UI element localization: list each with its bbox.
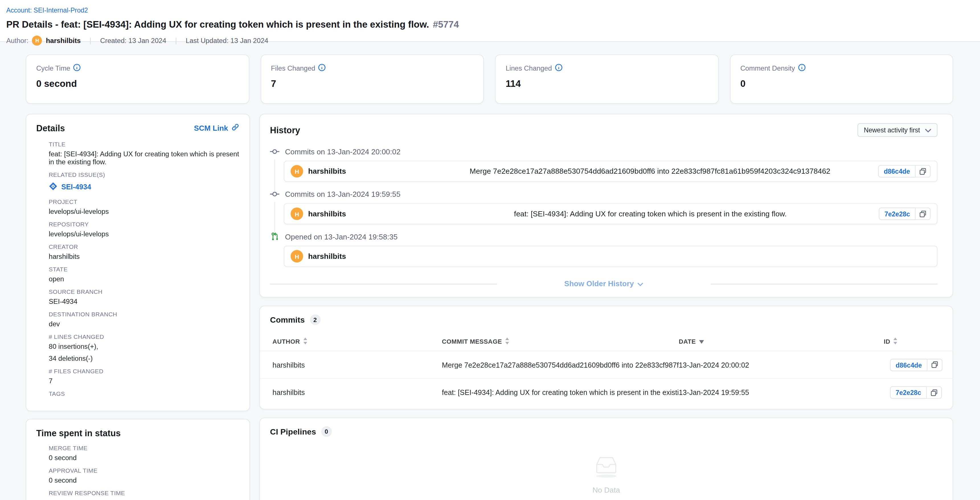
- metric-value: 114: [506, 78, 708, 89]
- field-files-changed: # FILES CHANGED 7: [49, 368, 239, 385]
- commit-message: Merge 7e2e28ce17a27a888e530754dd6ad21609…: [428, 167, 872, 176]
- commits-table-header: AUTHOR COMMIT MESSAGE DATE ID: [260, 333, 952, 351]
- avatar: H: [291, 208, 303, 220]
- info-icon[interactable]: [555, 64, 562, 73]
- field-project: PROJECT levelops/ui-levelops: [49, 198, 239, 215]
- time-spent-panel: Time spent in status MERGE TIME 0 second…: [25, 419, 250, 500]
- page-body: Cycle Time 0 second Files Changed 7 Line…: [0, 42, 980, 500]
- metric-value: 0: [740, 78, 942, 89]
- info-icon[interactable]: [318, 64, 326, 73]
- field-value: 5.7 hours: [49, 499, 239, 500]
- git-commit-icon: [270, 147, 279, 156]
- history-title: History: [270, 125, 300, 135]
- page: Account: SEI-Internal-Prod2 PR Details -…: [0, 0, 980, 500]
- info-icon[interactable]: [798, 64, 805, 73]
- column-header-id[interactable]: ID: [884, 338, 940, 346]
- page-title-text: PR Details - feat: [SEI-4934]: Adding UX…: [6, 19, 429, 29]
- commit-hash-badge[interactable]: 7e2e28c: [879, 208, 916, 220]
- column-header-author[interactable]: AUTHOR: [272, 338, 442, 346]
- field-value: levelops/ui-levelops: [49, 208, 239, 216]
- author-name: harshilbits: [46, 37, 81, 45]
- left-column: Details SCM Link TITLE feat: [SEI-4934]:…: [25, 114, 250, 500]
- event-author-name: harshilbits: [308, 209, 346, 218]
- cell-date: 13-Jan-2024 20:00:02: [679, 361, 884, 368]
- ci-empty-state: No Data: [270, 444, 942, 496]
- show-older-history-link[interactable]: Show Older History: [564, 279, 643, 288]
- column-label: DATE: [679, 338, 696, 345]
- copy-icon[interactable]: [928, 358, 943, 371]
- show-older-history-label: Show Older History: [564, 279, 634, 288]
- field-creator: CREATOR harshilbits: [49, 243, 239, 261]
- details-title: Details: [36, 123, 65, 133]
- field-label: CREATOR: [49, 243, 239, 250]
- commit-hash-badge[interactable]: d86c4de: [878, 165, 916, 178]
- cell-date: 13-Jan-2024 19:59:55: [679, 389, 884, 396]
- field-destination-branch: DESTINATION BRANCH dev: [49, 311, 239, 328]
- sort-icon: [303, 338, 307, 346]
- column-label: AUTHOR: [272, 338, 300, 345]
- sort-desc-icon: [699, 338, 705, 345]
- page-title: PR Details - feat: [SEI-4934]: Adding UX…: [6, 19, 980, 29]
- history-panel: History Newest activity first Commits on…: [259, 114, 953, 298]
- column-header-date[interactable]: DATE: [679, 338, 884, 345]
- column-header-commit-message[interactable]: COMMIT MESSAGE: [442, 338, 679, 346]
- metric-value: 0 second: [36, 78, 238, 89]
- field-repository: REPOSITORY levelops/ui-levelops: [49, 221, 239, 238]
- history-sort-dropdown[interactable]: Newest activity first: [858, 123, 937, 137]
- metric-label: Lines Changed: [506, 64, 552, 72]
- field-label: APPROVAL TIME: [49, 467, 239, 474]
- commit-hash-group: d86c4de: [878, 165, 931, 178]
- event-label: Commits on 13-Jan-2024 20:00:02: [285, 147, 401, 156]
- metric-card-comment-density: Comment Density 0: [730, 54, 953, 104]
- field-label: TAGS: [49, 390, 239, 397]
- author-label: Author:: [6, 37, 29, 45]
- history-event: Opened on 13-Jan-2024 19:58:35 H harshil…: [270, 232, 937, 274]
- commit-hash-badge[interactable]: d86c4de: [890, 358, 928, 371]
- field-value: harshilbits: [49, 253, 239, 261]
- metric-label: Comment Density: [740, 64, 795, 72]
- field-label: RELATED ISSUE(S): [49, 171, 239, 178]
- avatar: H: [291, 165, 303, 178]
- scm-link[interactable]: SCM Link: [194, 123, 239, 133]
- commit-hash-badge[interactable]: 7e2e28c: [890, 386, 927, 399]
- table-row: harshilbits feat: [SEI-4934]: Adding UX …: [260, 379, 952, 406]
- field-label: REPOSITORY: [49, 221, 239, 228]
- details-panel: Details SCM Link TITLE feat: [SEI-4934]:…: [25, 114, 250, 411]
- time-spent-title: Time spent in status: [36, 428, 239, 438]
- history-event-card: H harshilbits Merge 7e2e28ce17a27a888e53…: [284, 161, 937, 182]
- divider-line: [270, 283, 496, 284]
- scm-link-label: SCM Link: [194, 124, 228, 133]
- field-label: REVIEW RESPONSE TIME: [49, 489, 239, 496]
- field-source-branch: SOURCE BRANCH SEI-4934: [49, 288, 239, 306]
- field-value: 34 deletions(-): [49, 355, 239, 363]
- issue-link[interactable]: SEI-4934: [49, 182, 91, 192]
- metric-card-cycle-time: Cycle Time 0 second: [25, 54, 249, 104]
- field-label: # FILES CHANGED: [49, 368, 239, 374]
- meta-separator: |: [89, 36, 91, 45]
- field-label: DESTINATION BRANCH: [49, 311, 239, 317]
- field-state: STATE open: [49, 266, 239, 283]
- copy-icon[interactable]: [916, 208, 931, 220]
- commit-message: feat: [SEI-4934]: Adding UX for creating…: [428, 209, 873, 218]
- page-header: Account: SEI-Internal-Prod2 PR Details -…: [0, 0, 980, 42]
- account-breadcrumb-link[interactable]: Account: SEI-Internal-Prod2: [6, 6, 88, 14]
- field-review-response-time: REVIEW RESPONSE TIME 5.7 hours: [49, 489, 239, 500]
- show-older-history-row: Show Older History: [270, 279, 937, 288]
- info-icon[interactable]: [73, 64, 81, 73]
- column-label: COMMIT MESSAGE: [442, 338, 502, 345]
- issue-link-label: SEI-4934: [61, 183, 91, 191]
- event-author-name: harshilbits: [308, 167, 346, 176]
- history-event-card: H harshilbits feat: [SEI-4934]: Adding U…: [284, 203, 937, 225]
- metric-card-files-changed: Files Changed 7: [260, 54, 484, 104]
- field-label: SOURCE BRANCH: [49, 288, 239, 295]
- copy-icon[interactable]: [916, 165, 931, 178]
- avatar: H: [291, 250, 303, 263]
- jira-issue-icon: [49, 182, 57, 192]
- history-event-card: H harshilbits: [284, 246, 937, 267]
- column-label: ID: [884, 338, 890, 345]
- last-updated-date: Last Updated: 13 Jan 2024: [186, 37, 268, 45]
- copy-icon[interactable]: [927, 386, 942, 399]
- field-label: # LINES CHANGED: [49, 333, 239, 340]
- field-value: 7: [49, 377, 239, 385]
- field-value: feat: [SEI-4934]: Adding UX for creating…: [49, 150, 239, 166]
